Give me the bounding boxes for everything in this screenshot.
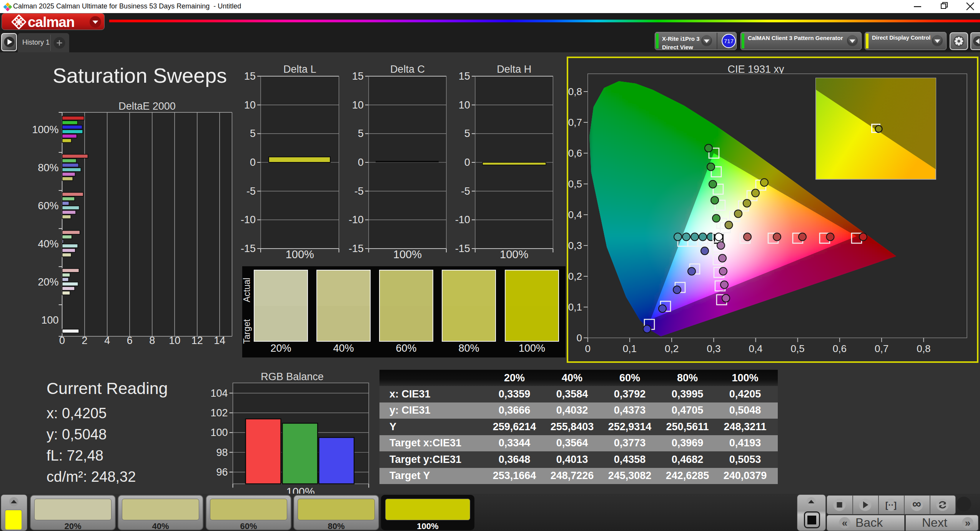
svg-text:-10: -10 xyxy=(349,214,364,225)
svg-text:0: 0 xyxy=(250,157,256,168)
svg-text:0,8: 0,8 xyxy=(568,86,582,97)
svg-text:0,6: 0,6 xyxy=(833,343,847,354)
svg-text:0,4: 0,4 xyxy=(749,343,762,354)
svg-text:-10: -10 xyxy=(241,214,256,225)
svg-text:10: 10 xyxy=(459,99,470,111)
svg-text:CIE 1931 xy: CIE 1931 xy xyxy=(727,63,784,75)
svg-text:100: 100 xyxy=(42,314,59,326)
svg-text:0,3: 0,3 xyxy=(568,240,582,251)
svg-text:40%: 40% xyxy=(38,238,59,250)
svg-text:102: 102 xyxy=(211,407,228,419)
svg-text:0,4: 0,4 xyxy=(568,209,582,220)
svg-text:0,2: 0,2 xyxy=(665,343,679,354)
svg-text:20%: 20% xyxy=(38,276,59,288)
svg-text:10: 10 xyxy=(244,99,256,111)
svg-text:98: 98 xyxy=(216,447,228,458)
svg-text:100%: 100% xyxy=(500,248,528,260)
svg-text:0: 0 xyxy=(585,343,590,354)
svg-text:-5: -5 xyxy=(354,185,364,197)
svg-text:15: 15 xyxy=(352,70,364,82)
svg-text:0,7: 0,7 xyxy=(568,117,582,128)
svg-text:Delta H: Delta H xyxy=(497,63,531,75)
svg-text:-5: -5 xyxy=(246,185,256,197)
svg-text:»: » xyxy=(965,517,970,529)
svg-text:Delta L: Delta L xyxy=(283,63,316,75)
svg-text:0,8: 0,8 xyxy=(917,343,930,354)
svg-text:104: 104 xyxy=(211,387,228,399)
svg-text:0: 0 xyxy=(464,157,470,168)
svg-text:10: 10 xyxy=(352,99,364,111)
svg-text:5: 5 xyxy=(358,128,364,139)
svg-text:0,1: 0,1 xyxy=(568,301,582,313)
svg-text:80%: 80% xyxy=(38,162,59,174)
svg-text:5: 5 xyxy=(250,128,256,139)
svg-text:0,1: 0,1 xyxy=(623,343,637,354)
svg-text:96: 96 xyxy=(216,466,228,478)
svg-text:100%: 100% xyxy=(286,248,314,260)
svg-text:60%: 60% xyxy=(38,200,59,212)
svg-text:Delta C: Delta C xyxy=(390,63,425,75)
svg-text:-15: -15 xyxy=(455,243,470,254)
svg-text:100%: 100% xyxy=(32,124,59,135)
svg-text:717: 717 xyxy=(724,38,734,44)
svg-text:-5: -5 xyxy=(461,185,470,197)
svg-text:DeltaE 2000: DeltaE 2000 xyxy=(118,100,176,112)
svg-text:-15: -15 xyxy=(241,243,256,254)
svg-text:0,6: 0,6 xyxy=(568,147,582,159)
svg-text:-15: -15 xyxy=(349,243,364,254)
svg-text:«: « xyxy=(842,517,847,529)
svg-text:100%: 100% xyxy=(393,248,422,260)
svg-text:RGB Balance: RGB Balance xyxy=(261,371,324,382)
svg-text:0: 0 xyxy=(358,157,364,168)
svg-text:15: 15 xyxy=(459,70,470,82)
svg-text:100: 100 xyxy=(211,427,228,438)
svg-text:0,3: 0,3 xyxy=(707,343,720,354)
svg-text:0,5: 0,5 xyxy=(568,178,582,190)
svg-text:15: 15 xyxy=(244,70,256,82)
svg-text:∞: ∞ xyxy=(912,497,921,511)
svg-text:0,7: 0,7 xyxy=(875,343,888,354)
svg-text:0: 0 xyxy=(577,332,582,344)
svg-text:0,2: 0,2 xyxy=(568,271,582,282)
svg-text:-10: -10 xyxy=(455,214,470,225)
svg-text:5: 5 xyxy=(464,128,470,139)
svg-text:[··]: [··] xyxy=(885,500,897,510)
svg-text:0,5: 0,5 xyxy=(791,343,805,354)
